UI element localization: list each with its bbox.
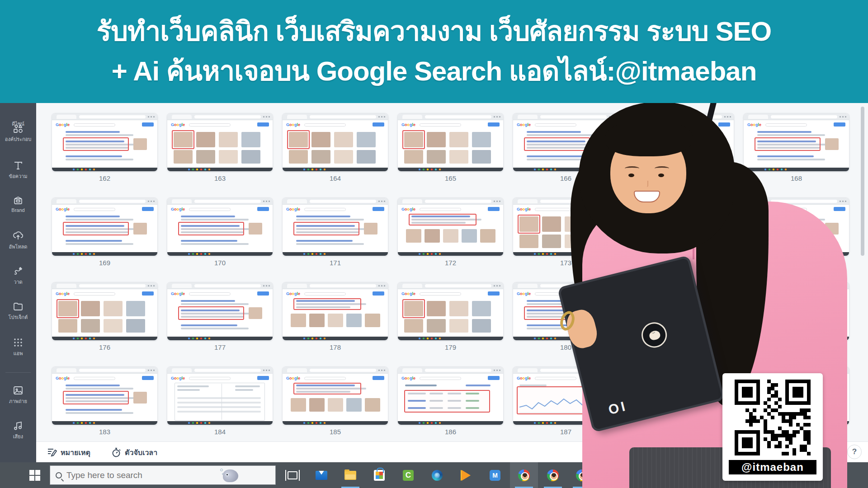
sidebar-item-elements[interactable]: องค์ประกอบ bbox=[0, 122, 36, 143]
page-thumbnail-184[interactable]: Google bbox=[167, 366, 273, 425]
page-thumbnail-188[interactable]: Google bbox=[628, 366, 734, 425]
page-thumbnail-175[interactable]: Google bbox=[743, 197, 849, 256]
sidebar-item-label: ภาพถ่าย bbox=[0, 397, 36, 405]
sidebar-item-draw[interactable]: วาด bbox=[0, 265, 36, 286]
taskbar-icon-file-explorer[interactable] bbox=[336, 462, 364, 488]
page-cell: Google187 bbox=[513, 366, 619, 436]
page-cell: Google168 bbox=[743, 113, 849, 182]
page-thumbnail-186[interactable]: Google bbox=[397, 366, 504, 425]
page-number: 188 bbox=[628, 428, 734, 436]
page-cell: Google166 bbox=[513, 113, 619, 182]
qr-card: @itmaeban bbox=[722, 373, 823, 481]
search-icon bbox=[56, 472, 62, 479]
sidebar-item-brand[interactable]: Brand bbox=[0, 194, 36, 213]
page-number: 176 bbox=[52, 343, 158, 351]
page-cell: Google172 bbox=[397, 197, 504, 267]
page-cell: Google186 bbox=[397, 366, 504, 436]
page-cell: Google179 bbox=[397, 282, 504, 351]
page-thumbnail-170[interactable]: Google bbox=[167, 197, 273, 256]
page-cell: Google173 bbox=[513, 197, 619, 267]
page-thumbnail-172[interactable]: Google bbox=[397, 197, 504, 256]
sidebar-item-label: แอพ bbox=[0, 349, 36, 357]
taskbar-icon-memu[interactable]: M bbox=[481, 462, 509, 488]
page-thumbnail-178[interactable]: Google bbox=[282, 282, 388, 341]
qr-label: @itmaeban bbox=[729, 460, 816, 474]
page-cell: Google185 bbox=[282, 366, 388, 436]
taskbar-icon-edge[interactable] bbox=[423, 462, 451, 488]
taskbar-icon-microsoft-store[interactable] bbox=[365, 462, 393, 488]
sidebar-item-label: โปรเจ็กต์ bbox=[0, 313, 36, 321]
page-thumbnail-171[interactable]: Google bbox=[282, 197, 388, 256]
page-number: 184 bbox=[167, 428, 273, 436]
page-number: 164 bbox=[282, 174, 388, 182]
page-number: 185 bbox=[282, 428, 388, 436]
page-cell: Google163 bbox=[167, 113, 273, 182]
page-cell: Google183 bbox=[52, 366, 158, 436]
page-cell: Google162 bbox=[52, 113, 158, 182]
uploads-icon bbox=[0, 230, 36, 241]
page-thumbnail-180[interactable]: Google bbox=[513, 282, 619, 341]
page-thumbnail-165[interactable]: Google bbox=[397, 113, 504, 172]
page-cell: Google170 bbox=[167, 197, 273, 267]
timer-button[interactable]: ตัวจับเวลา bbox=[111, 447, 157, 458]
sidebar-item-projects[interactable]: โปรเจ็กต์ bbox=[0, 300, 36, 321]
page-cell: Google180 bbox=[513, 282, 619, 351]
taskbar-icon-play[interactable] bbox=[452, 462, 480, 488]
timer-label: ตัวจับเวลา bbox=[125, 447, 157, 458]
taskbar-icon-mail[interactable] bbox=[307, 462, 335, 488]
page-number: 168 bbox=[743, 174, 849, 182]
page-thumbnail-183[interactable]: Google bbox=[52, 366, 158, 425]
page-thumbnail-185[interactable]: Google bbox=[282, 366, 388, 425]
search-input[interactable] bbox=[66, 470, 216, 480]
sidebar-item-apps[interactable]: แอพ bbox=[0, 336, 36, 357]
vertical-scrollbar[interactable] bbox=[861, 107, 864, 256]
page-thumbnail-166[interactable]: Google bbox=[513, 113, 619, 172]
sidebar-divider bbox=[5, 372, 31, 373]
page-thumbnail-182[interactable]: Google bbox=[743, 282, 849, 341]
sidebar-item-label: เสียง bbox=[0, 432, 36, 441]
page-cell: Google167 bbox=[628, 113, 734, 182]
page-thumbnail-174[interactable]: Google bbox=[628, 197, 734, 256]
page-thumbnail-167[interactable]: Google bbox=[628, 113, 734, 172]
page-thumbnail-162[interactable]: Google bbox=[52, 113, 158, 172]
page-thumbnail-173[interactable]: Google bbox=[513, 197, 619, 256]
page-thumbnail-177[interactable]: Google bbox=[167, 282, 273, 341]
page-thumbnail-187[interactable]: Google bbox=[513, 366, 619, 425]
weather-temp: 32°C bbox=[671, 471, 687, 479]
page-thumbnail-164[interactable]: Google bbox=[282, 113, 388, 172]
page-thumbnail-169[interactable]: Google bbox=[52, 197, 158, 256]
page-thumbnail-181[interactable]: Google bbox=[628, 282, 734, 341]
page-cell: Google177 bbox=[167, 282, 273, 351]
sidebar-item-photos[interactable]: ภาพถ่าย bbox=[0, 384, 36, 405]
taskbar-icon-chrome-profile-1[interactable] bbox=[510, 462, 538, 488]
sidebar-item-audio[interactable]: เสียง bbox=[0, 419, 36, 441]
start-button[interactable] bbox=[22, 462, 48, 488]
notes-button[interactable]: หมายเหตุ bbox=[47, 447, 90, 458]
page-thumbnail-168[interactable]: Google bbox=[743, 113, 849, 172]
page-thumbnail-163[interactable]: Google bbox=[167, 113, 273, 172]
taskbar-icon-camtasia[interactable]: C bbox=[394, 462, 422, 488]
sidebar-item-label: วาด bbox=[0, 278, 36, 286]
page-cell: Google176 bbox=[52, 282, 158, 351]
page-thumbnail-179[interactable]: Google bbox=[397, 282, 504, 341]
page-cell: Google175 bbox=[743, 197, 849, 267]
taskbar-icon-chrome-profile-3[interactable]: d bbox=[568, 462, 596, 488]
sidebar-item-uploads[interactable]: อัพโหลด bbox=[0, 230, 36, 251]
page-thumbnail-176[interactable]: Google bbox=[52, 282, 158, 341]
page-number: 178 bbox=[282, 343, 388, 351]
page-cell: Google165 bbox=[397, 113, 504, 182]
taskbar-search[interactable] bbox=[50, 465, 276, 485]
page-number: 170 bbox=[167, 259, 273, 267]
taskbar-icon-chrome-profile-2[interactable] bbox=[539, 462, 567, 488]
page-number: 175 bbox=[743, 259, 849, 267]
sidebar-item-label: ข้อความ bbox=[0, 172, 36, 180]
help-button[interactable]: ? bbox=[847, 445, 862, 459]
page-number: 165 bbox=[397, 174, 504, 182]
page-cell: Google169 bbox=[52, 197, 158, 267]
page-number: 179 bbox=[397, 343, 504, 351]
page-number: 162 bbox=[52, 174, 158, 182]
sidebar-item-text[interactable]: ข้อความ bbox=[0, 159, 36, 180]
weather-widget[interactable]: 32°C bbox=[655, 462, 687, 488]
page-cell: Google164 bbox=[282, 113, 388, 182]
taskbar-icon-task-view[interactable] bbox=[278, 462, 307, 488]
